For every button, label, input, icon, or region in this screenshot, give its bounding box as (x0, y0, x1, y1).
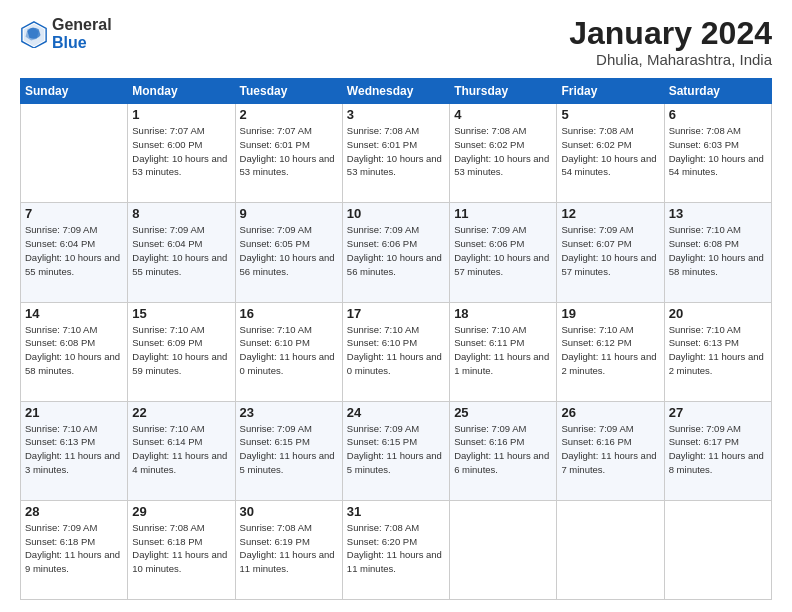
day-number: 1 (132, 107, 230, 122)
day-info: Sunrise: 7:09 AM Sunset: 6:07 PM Dayligh… (561, 223, 659, 278)
calendar-cell: 16Sunrise: 7:10 AM Sunset: 6:10 PM Dayli… (235, 302, 342, 401)
day-number: 5 (561, 107, 659, 122)
day-info: Sunrise: 7:09 AM Sunset: 6:05 PM Dayligh… (240, 223, 338, 278)
day-info: Sunrise: 7:09 AM Sunset: 6:16 PM Dayligh… (561, 422, 659, 477)
day-info: Sunrise: 7:09 AM Sunset: 6:16 PM Dayligh… (454, 422, 552, 477)
day-info: Sunrise: 7:09 AM Sunset: 6:04 PM Dayligh… (25, 223, 123, 278)
day-info: Sunrise: 7:09 AM Sunset: 6:17 PM Dayligh… (669, 422, 767, 477)
header: General Blue January 2024 Dhulia, Mahara… (20, 16, 772, 68)
calendar-cell: 11Sunrise: 7:09 AM Sunset: 6:06 PM Dayli… (450, 203, 557, 302)
day-info: Sunrise: 7:08 AM Sunset: 6:02 PM Dayligh… (561, 124, 659, 179)
calendar-cell: 10Sunrise: 7:09 AM Sunset: 6:06 PM Dayli… (342, 203, 449, 302)
calendar-cell: 22Sunrise: 7:10 AM Sunset: 6:14 PM Dayli… (128, 401, 235, 500)
title-block: January 2024 Dhulia, Maharashtra, India (569, 16, 772, 68)
calendar-cell: 2Sunrise: 7:07 AM Sunset: 6:01 PM Daylig… (235, 104, 342, 203)
calendar-week-row: 28Sunrise: 7:09 AM Sunset: 6:18 PM Dayli… (21, 500, 772, 599)
day-number: 4 (454, 107, 552, 122)
logo-general: General (52, 16, 112, 34)
day-info: Sunrise: 7:09 AM Sunset: 6:04 PM Dayligh… (132, 223, 230, 278)
calendar-week-row: 14Sunrise: 7:10 AM Sunset: 6:08 PM Dayli… (21, 302, 772, 401)
logo-text: General Blue (52, 16, 112, 53)
day-info: Sunrise: 7:08 AM Sunset: 6:02 PM Dayligh… (454, 124, 552, 179)
calendar-week-row: 21Sunrise: 7:10 AM Sunset: 6:13 PM Dayli… (21, 401, 772, 500)
day-number: 14 (25, 306, 123, 321)
day-info: Sunrise: 7:09 AM Sunset: 6:06 PM Dayligh… (347, 223, 445, 278)
calendar-cell: 14Sunrise: 7:10 AM Sunset: 6:08 PM Dayli… (21, 302, 128, 401)
day-info: Sunrise: 7:10 AM Sunset: 6:12 PM Dayligh… (561, 323, 659, 378)
calendar-cell: 5Sunrise: 7:08 AM Sunset: 6:02 PM Daylig… (557, 104, 664, 203)
day-number: 24 (347, 405, 445, 420)
calendar-cell: 3Sunrise: 7:08 AM Sunset: 6:01 PM Daylig… (342, 104, 449, 203)
logo-blue: Blue (52, 34, 112, 52)
day-number: 22 (132, 405, 230, 420)
day-number: 19 (561, 306, 659, 321)
day-info: Sunrise: 7:07 AM Sunset: 6:01 PM Dayligh… (240, 124, 338, 179)
day-info: Sunrise: 7:10 AM Sunset: 6:14 PM Dayligh… (132, 422, 230, 477)
weekday-header: Tuesday (235, 79, 342, 104)
calendar-cell: 17Sunrise: 7:10 AM Sunset: 6:10 PM Dayli… (342, 302, 449, 401)
day-info: Sunrise: 7:08 AM Sunset: 6:20 PM Dayligh… (347, 521, 445, 576)
calendar-cell: 7Sunrise: 7:09 AM Sunset: 6:04 PM Daylig… (21, 203, 128, 302)
day-number: 28 (25, 504, 123, 519)
calendar-cell: 29Sunrise: 7:08 AM Sunset: 6:18 PM Dayli… (128, 500, 235, 599)
calendar-cell: 25Sunrise: 7:09 AM Sunset: 6:16 PM Dayli… (450, 401, 557, 500)
calendar-title: January 2024 (569, 16, 772, 51)
day-number: 10 (347, 206, 445, 221)
day-number: 17 (347, 306, 445, 321)
weekday-header: Monday (128, 79, 235, 104)
day-number: 23 (240, 405, 338, 420)
day-number: 11 (454, 206, 552, 221)
day-info: Sunrise: 7:10 AM Sunset: 6:13 PM Dayligh… (25, 422, 123, 477)
calendar-cell (21, 104, 128, 203)
weekday-header: Thursday (450, 79, 557, 104)
calendar-table: SundayMondayTuesdayWednesdayThursdayFrid… (20, 78, 772, 600)
day-number: 26 (561, 405, 659, 420)
day-number: 6 (669, 107, 767, 122)
calendar-cell: 26Sunrise: 7:09 AM Sunset: 6:16 PM Dayli… (557, 401, 664, 500)
calendar-cell: 6Sunrise: 7:08 AM Sunset: 6:03 PM Daylig… (664, 104, 771, 203)
day-number: 9 (240, 206, 338, 221)
calendar-cell (450, 500, 557, 599)
weekday-header: Saturday (664, 79, 771, 104)
weekday-header-row: SundayMondayTuesdayWednesdayThursdayFrid… (21, 79, 772, 104)
calendar-cell: 24Sunrise: 7:09 AM Sunset: 6:15 PM Dayli… (342, 401, 449, 500)
calendar-cell: 18Sunrise: 7:10 AM Sunset: 6:11 PM Dayli… (450, 302, 557, 401)
day-number: 3 (347, 107, 445, 122)
calendar-cell: 28Sunrise: 7:09 AM Sunset: 6:18 PM Dayli… (21, 500, 128, 599)
weekday-header: Friday (557, 79, 664, 104)
calendar-cell: 27Sunrise: 7:09 AM Sunset: 6:17 PM Dayli… (664, 401, 771, 500)
day-info: Sunrise: 7:09 AM Sunset: 6:15 PM Dayligh… (240, 422, 338, 477)
day-info: Sunrise: 7:10 AM Sunset: 6:13 PM Dayligh… (669, 323, 767, 378)
day-info: Sunrise: 7:07 AM Sunset: 6:00 PM Dayligh… (132, 124, 230, 179)
calendar-cell (557, 500, 664, 599)
calendar-cell: 21Sunrise: 7:10 AM Sunset: 6:13 PM Dayli… (21, 401, 128, 500)
calendar-cell: 31Sunrise: 7:08 AM Sunset: 6:20 PM Dayli… (342, 500, 449, 599)
calendar-subtitle: Dhulia, Maharashtra, India (569, 51, 772, 68)
day-number: 16 (240, 306, 338, 321)
day-info: Sunrise: 7:08 AM Sunset: 6:03 PM Dayligh… (669, 124, 767, 179)
day-number: 2 (240, 107, 338, 122)
calendar-cell: 15Sunrise: 7:10 AM Sunset: 6:09 PM Dayli… (128, 302, 235, 401)
calendar-week-row: 7Sunrise: 7:09 AM Sunset: 6:04 PM Daylig… (21, 203, 772, 302)
day-info: Sunrise: 7:09 AM Sunset: 6:18 PM Dayligh… (25, 521, 123, 576)
day-number: 18 (454, 306, 552, 321)
weekday-header: Sunday (21, 79, 128, 104)
day-number: 12 (561, 206, 659, 221)
day-number: 20 (669, 306, 767, 321)
logo-icon (20, 20, 48, 48)
day-number: 29 (132, 504, 230, 519)
calendar-cell: 12Sunrise: 7:09 AM Sunset: 6:07 PM Dayli… (557, 203, 664, 302)
day-number: 30 (240, 504, 338, 519)
day-number: 27 (669, 405, 767, 420)
day-info: Sunrise: 7:10 AM Sunset: 6:11 PM Dayligh… (454, 323, 552, 378)
calendar-cell: 30Sunrise: 7:08 AM Sunset: 6:19 PM Dayli… (235, 500, 342, 599)
day-number: 7 (25, 206, 123, 221)
day-info: Sunrise: 7:09 AM Sunset: 6:15 PM Dayligh… (347, 422, 445, 477)
calendar-cell: 4Sunrise: 7:08 AM Sunset: 6:02 PM Daylig… (450, 104, 557, 203)
day-info: Sunrise: 7:09 AM Sunset: 6:06 PM Dayligh… (454, 223, 552, 278)
day-number: 13 (669, 206, 767, 221)
day-info: Sunrise: 7:08 AM Sunset: 6:19 PM Dayligh… (240, 521, 338, 576)
day-number: 21 (25, 405, 123, 420)
calendar-cell: 13Sunrise: 7:10 AM Sunset: 6:08 PM Dayli… (664, 203, 771, 302)
day-number: 8 (132, 206, 230, 221)
